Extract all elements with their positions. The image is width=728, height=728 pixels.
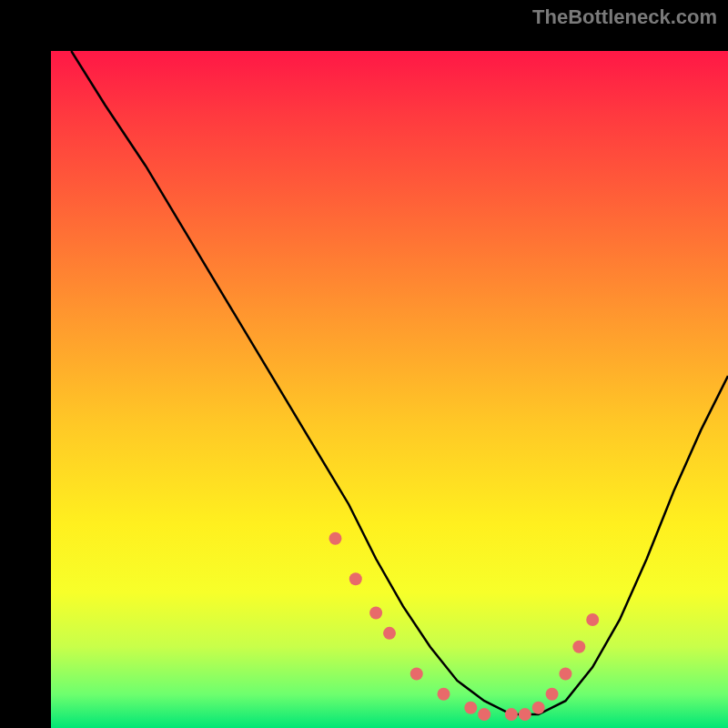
marker-dots — [329, 532, 599, 721]
marker-dot — [532, 702, 545, 714]
marker-dot — [519, 708, 531, 721]
marker-dot — [410, 667, 423, 680]
watermark-text: TheBottleneck.com — [532, 5, 717, 29]
marker-dot — [546, 688, 559, 701]
plot-area — [51, 51, 728, 728]
marker-dot — [383, 627, 396, 640]
marker-dot — [586, 613, 599, 626]
marker-dot — [349, 572, 362, 585]
marker-dot — [329, 532, 341, 545]
marker-dot — [369, 607, 382, 620]
chart-frame — [0, 0, 728, 728]
bottleneck-curve — [71, 51, 728, 714]
marker-dot — [572, 641, 585, 653]
marker-dot — [438, 688, 450, 701]
marker-dot — [478, 708, 490, 721]
marker-dot — [505, 708, 518, 721]
marker-dot — [464, 702, 477, 714]
marker-dot — [559, 667, 571, 680]
chart-svg — [51, 51, 728, 728]
